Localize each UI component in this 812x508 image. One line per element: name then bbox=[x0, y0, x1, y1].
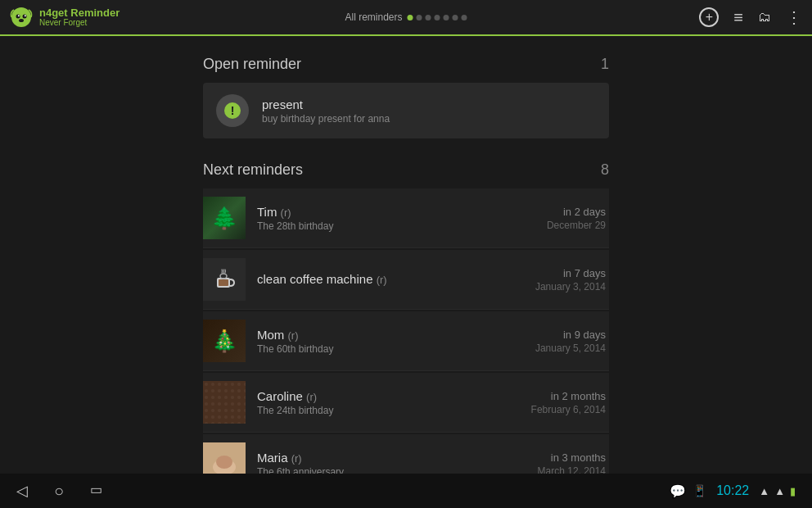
alert-icon: ! bbox=[223, 101, 242, 120]
svg-point-5 bbox=[19, 19, 24, 22]
reminder-thumb-coffee bbox=[203, 258, 246, 301]
recents-button[interactable]: ▭ bbox=[90, 482, 102, 501]
reminder-info-tim: Tim (r) The 28th birthday bbox=[257, 205, 535, 232]
svg-point-1 bbox=[16, 15, 20, 19]
app-tagline: Never Forget bbox=[39, 18, 120, 28]
reminder-thumb-mom bbox=[203, 320, 246, 362]
svg-point-4 bbox=[25, 15, 26, 16]
list-item[interactable]: Caroline (r) The 24th birthday in 2 mont… bbox=[203, 373, 609, 433]
reminder-info-mom: Mom (r) The 60th birthday bbox=[257, 328, 524, 355]
dot-7[interactable] bbox=[462, 15, 467, 20]
notification-icon[interactable]: 💬 bbox=[670, 483, 686, 499]
reminder-time-coffee: in 7 days January 3, 2014 bbox=[535, 267, 609, 293]
filter-icon[interactable]: ≡ bbox=[733, 8, 743, 27]
folder-icon[interactable]: 🗂 bbox=[758, 10, 771, 25]
open-reminder-name: present bbox=[262, 98, 390, 111]
all-reminders-label: All reminders bbox=[345, 11, 467, 23]
svg-point-3 bbox=[18, 15, 20, 16]
dot-6[interactable] bbox=[453, 15, 458, 20]
reminder-desc-tim: The 28th birthday bbox=[257, 220, 535, 232]
page-dots bbox=[408, 15, 467, 20]
list-item[interactable]: clean coffee machine (r) in 7 days Janua… bbox=[203, 250, 609, 310]
next-reminders-header: Next reminders 8 bbox=[203, 155, 609, 188]
next-reminders-count: 8 bbox=[601, 161, 609, 179]
top-bar: n4get Reminder Never Forget All reminder… bbox=[0, 0, 812, 36]
open-reminder-text: present buy birthday present for anna bbox=[262, 98, 390, 125]
reminder-info-maria: Maria (r) The 6th anniversary bbox=[257, 451, 526, 474]
wifi-icon: ▲ bbox=[759, 485, 769, 497]
open-reminder-icon: ! bbox=[216, 94, 249, 127]
reminder-thumb-maria bbox=[203, 442, 246, 474]
open-reminder-title: Open reminder bbox=[203, 56, 301, 73]
reminder-list: Tim (r) The 28th birthday in 2 days Dece… bbox=[203, 188, 609, 474]
add-reminder-icon[interactable]: + bbox=[699, 7, 719, 27]
reminder-time-mom: in 9 days January 5, 2014 bbox=[535, 329, 609, 354]
status-icons: ▲ ▲ ▮ bbox=[759, 485, 796, 497]
reminder-name-coffee: clean coffee machine (r) bbox=[257, 272, 524, 286]
svg-point-16 bbox=[216, 456, 232, 469]
reminder-thumb-tim bbox=[203, 197, 246, 239]
signal-icon: ▲ bbox=[774, 485, 785, 497]
list-item[interactable]: Mom (r) The 60th birthday in 9 days Janu… bbox=[203, 311, 609, 371]
open-reminder-header: Open reminder 1 bbox=[203, 49, 609, 83]
reminder-info-coffee: clean coffee machine (r) bbox=[257, 272, 524, 288]
reminder-name-caroline: Caroline (r) bbox=[257, 389, 520, 403]
reminder-info-caroline: Caroline (r) The 24th birthday bbox=[257, 389, 520, 416]
bottom-right: 💬 📱 10:22 ▲ ▲ ▮ bbox=[670, 483, 796, 499]
open-reminder-desc: buy birthday present for anna bbox=[262, 113, 390, 125]
svg-rect-9 bbox=[219, 279, 228, 286]
dot-4[interactable] bbox=[435, 15, 440, 20]
svg-point-2 bbox=[23, 15, 27, 19]
reminder-desc-maria: The 6th anniversary bbox=[257, 466, 526, 474]
app-logo: n4get Reminder Never Forget bbox=[10, 6, 120, 29]
bottom-nav: ◁ ○ ▭ bbox=[16, 482, 102, 501]
reminder-desc-mom: The 60th birthday bbox=[257, 343, 524, 355]
reminder-time-tim: in 2 days December 29 bbox=[547, 206, 609, 231]
texture-thumb bbox=[203, 381, 246, 424]
reminder-name-tim: Tim (r) bbox=[257, 205, 535, 219]
app-name: n4get Reminder bbox=[39, 7, 120, 18]
app-title-block: n4get Reminder Never Forget bbox=[39, 7, 120, 28]
back-button[interactable]: ◁ bbox=[16, 482, 28, 501]
more-icon[interactable]: ⋮ bbox=[786, 7, 802, 27]
reminder-thumb-caroline bbox=[203, 381, 246, 424]
main-content: Open reminder 1 ! present buy birthday p… bbox=[0, 36, 812, 474]
open-reminder-card[interactable]: ! present buy birthday present for anna bbox=[203, 83, 609, 138]
system-icons: 💬 📱 bbox=[670, 483, 706, 499]
coffee-cup-icon bbox=[213, 268, 236, 291]
svg-rect-13 bbox=[203, 381, 246, 424]
phone-icon[interactable]: 📱 bbox=[692, 484, 706, 497]
dot-3[interactable] bbox=[426, 15, 431, 20]
reminder-name-mom: Mom (r) bbox=[257, 328, 524, 342]
battery-icon: ▮ bbox=[790, 485, 796, 497]
svg-text:!: ! bbox=[231, 104, 235, 117]
list-item[interactable]: Tim (r) The 28th birthday in 2 days Dece… bbox=[203, 188, 609, 248]
home-button[interactable]: ○ bbox=[54, 482, 64, 501]
next-reminders-title: Next reminders bbox=[203, 161, 303, 179]
reminder-time-caroline: in 2 months February 6, 2014 bbox=[531, 390, 609, 415]
reminder-name-maria: Maria (r) bbox=[257, 451, 526, 465]
top-bar-actions: + ≡ 🗂 ⋮ bbox=[699, 7, 802, 27]
clock-display: 10:22 bbox=[716, 483, 749, 498]
hands-thumb bbox=[203, 442, 246, 474]
app-logo-icon bbox=[10, 6, 33, 29]
svg-point-0 bbox=[11, 7, 31, 27]
reminder-desc-caroline: The 24th birthday bbox=[257, 405, 520, 416]
dot-2[interactable] bbox=[417, 15, 422, 20]
bottom-bar: ◁ ○ ▭ 💬 📱 10:22 ▲ ▲ ▮ bbox=[0, 474, 812, 508]
open-reminder-count: 1 bbox=[601, 56, 609, 73]
dot-5[interactable] bbox=[444, 15, 449, 20]
reminder-time-maria: in 3 months March 12, 2014 bbox=[538, 451, 609, 474]
list-item[interactable]: Maria (r) The 6th anniversary in 3 month… bbox=[203, 434, 609, 474]
dot-1[interactable] bbox=[408, 15, 413, 20]
